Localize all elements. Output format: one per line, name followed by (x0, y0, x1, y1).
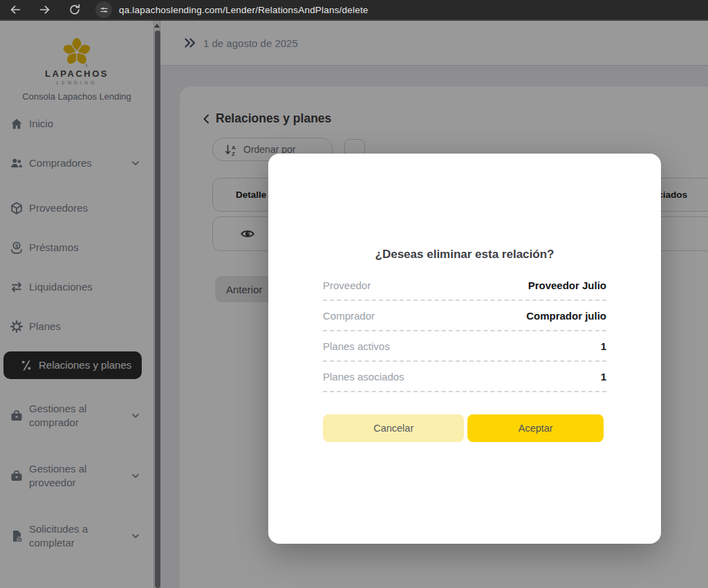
browser-nav-buttons (0, 3, 81, 16)
accept-button[interactable]: Aceptar (467, 414, 604, 442)
field-value: 1 (601, 371, 606, 383)
address-bar[interactable]: qa.lapachoslending.com/Lender/RelationsA… (119, 5, 369, 15)
reload-icon[interactable] (68, 3, 81, 16)
field-label: Planes activos (323, 340, 390, 352)
delete-confirmation-dialog: ¿Deseas eliminar esta relación? Proveedo… (268, 154, 661, 544)
field-label: Comprador (323, 310, 375, 322)
field-planes-activos: Planes activos 1 (323, 340, 606, 362)
dialog-actions: Cancelar Aceptar (323, 414, 604, 442)
field-planes-asociados: Planes asociados 1 (323, 371, 606, 392)
field-value: Comprador julio (526, 310, 606, 322)
field-value: 1 (601, 340, 606, 352)
field-label: Proveedor (323, 279, 371, 291)
forward-icon[interactable] (39, 3, 51, 16)
dialog-fields: Proveedor Proveedor Julio Comprador Comp… (323, 279, 606, 392)
dialog-title: ¿Deseas eliminar esta relación? (268, 154, 661, 261)
app-page: ® LAPACHOS LENDING Consola Lapachos Lend… (0, 21, 708, 588)
browser-chrome: qa.lapachoslending.com/Lender/RelationsA… (0, 0, 708, 21)
site-settings-icon[interactable] (95, 1, 112, 18)
back-icon[interactable] (9, 3, 21, 16)
field-value: Proveedor Julio (528, 279, 606, 291)
field-proveedor: Proveedor Proveedor Julio (323, 279, 606, 301)
field-label: Planes asociados (323, 371, 404, 383)
field-comprador: Comprador Comprador julio (323, 310, 606, 331)
cancel-button[interactable]: Cancelar (323, 414, 464, 442)
